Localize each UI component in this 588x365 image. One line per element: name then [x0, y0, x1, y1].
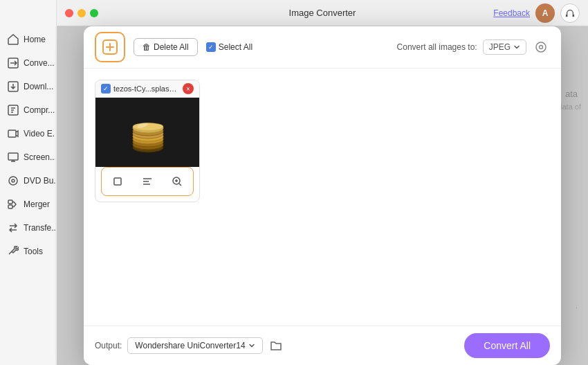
svg-rect-10 — [573, 14, 575, 17]
format-value: JPEG — [489, 42, 511, 52]
close-window-button[interactable] — [65, 9, 73, 17]
sidebar-item-video-edit[interactable]: Video E... — [0, 122, 56, 145]
crop-button[interactable] — [110, 173, 126, 190]
dialog-toolbar: 🗑 Delete All Select All Convert all imag… — [84, 26, 561, 69]
image-converter-dialog: 🗑 Delete All Select All Convert all imag… — [84, 26, 561, 365]
svg-rect-4 — [8, 153, 18, 160]
card-filename: tezos-tCy...splash.jpg — [113, 84, 180, 93]
sidebar-item-transfer[interactable]: Transfe... — [0, 216, 56, 240]
tools-icon — [7, 245, 19, 258]
sidebar-item-screen[interactable]: Screen... — [0, 145, 56, 169]
svg-rect-7 — [8, 200, 12, 204]
format-settings-button[interactable] — [532, 38, 550, 56]
output-path-dropdown[interactable]: Wondershare UniConverter14 — [127, 337, 262, 354]
main-area: Image Converter Feedback A ata adata of … — [57, 0, 588, 365]
video-icon — [7, 127, 19, 140]
list-settings-button[interactable] — [140, 173, 156, 190]
sidebar-item-dvd[interactable]: DVD Bu... — [0, 169, 56, 193]
coin-preview-image — [120, 105, 176, 160]
svg-point-6 — [12, 179, 15, 182]
add-image-button[interactable] — [95, 32, 125, 62]
dvd-icon — [7, 175, 19, 187]
window-controls — [65, 9, 98, 17]
titlebar: Image Converter Feedback A — [57, 0, 588, 26]
format-dropdown[interactable]: JPEG — [483, 39, 526, 55]
card-close-button[interactable]: × — [183, 83, 194, 94]
select-all-label: Select All — [219, 42, 252, 52]
svg-rect-8 — [8, 205, 12, 208]
output-label: Output: — [95, 341, 122, 350]
svg-point-5 — [9, 177, 17, 185]
sidebar-item-compress[interactable]: Compr... — [0, 98, 56, 122]
chevron-down-icon — [513, 44, 520, 51]
support-icon[interactable] — [560, 3, 580, 23]
merge-icon — [7, 198, 19, 211]
sidebar: Home Conve... Downl... Compr... — [0, 0, 57, 365]
svg-point-13 — [540, 46, 543, 49]
maximize-window-button[interactable] — [90, 9, 98, 17]
image-grid: tezos-tCy...splash.jpg × — [84, 69, 561, 326]
image-preview — [95, 98, 200, 167]
download-icon — [7, 80, 19, 93]
convert-all-button[interactable]: Convert All — [464, 333, 550, 358]
transfer-icon — [7, 222, 19, 234]
window-title: Image Converter — [289, 8, 356, 18]
delete-all-button[interactable]: 🗑 Delete All — [134, 38, 198, 56]
svg-rect-24 — [114, 178, 121, 185]
top-right-actions: Feedback A — [493, 3, 580, 23]
zoom-button[interactable] — [169, 173, 185, 190]
feedback-link[interactable]: Feedback — [493, 8, 530, 18]
format-label: Convert all images to: — [397, 42, 477, 52]
svg-point-12 — [536, 42, 546, 52]
bottom-bar: Output: Wondershare UniConverter14 Conve… — [84, 326, 561, 365]
sidebar-item-download[interactable]: Downl... — [0, 75, 56, 98]
svg-rect-9 — [566, 14, 568, 17]
screen-icon — [7, 151, 19, 163]
open-folder-button[interactable] — [267, 337, 285, 355]
avatar[interactable]: A — [535, 3, 555, 23]
select-all-checkbox[interactable] — [206, 42, 216, 52]
format-selector-group: Convert all images to: JPEG — [397, 38, 550, 56]
chevron-down-icon — [248, 342, 255, 349]
svg-rect-3 — [8, 130, 16, 137]
image-card-header: tezos-tCy...splash.jpg × — [95, 80, 199, 98]
convert-icon — [7, 57, 19, 69]
output-path-value: Wondershare UniConverter14 — [135, 341, 245, 350]
action-icons-bar — [101, 167, 194, 196]
sidebar-item-home[interactable]: Home — [0, 28, 56, 51]
select-all-row: Select All — [206, 42, 252, 52]
card-checkbox[interactable] — [101, 84, 111, 94]
trash-icon: 🗑 — [143, 42, 151, 52]
compress-icon — [7, 104, 19, 116]
sidebar-item-tools[interactable]: Tools — [0, 240, 56, 263]
minimize-window-button[interactable] — [77, 9, 86, 17]
sidebar-item-merger[interactable]: Merger — [0, 193, 56, 216]
image-card: tezos-tCy...splash.jpg × — [95, 80, 200, 202]
home-icon — [7, 33, 19, 46]
sidebar-item-convert[interactable]: Conve... — [0, 51, 56, 75]
